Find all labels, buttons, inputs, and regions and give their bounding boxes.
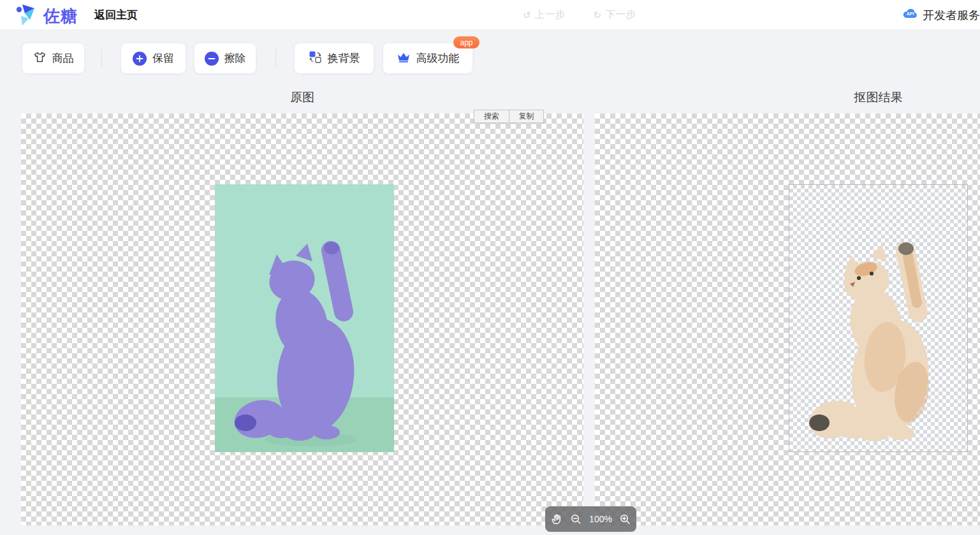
history-controls: ↺ 上一步 ↻ 下一步 xyxy=(523,0,636,30)
crown-icon xyxy=(397,52,411,66)
zoom-out-icon[interactable] xyxy=(571,514,581,525)
minus-circle-icon xyxy=(205,52,219,66)
redo-label: 下一步 xyxy=(605,8,636,22)
header: 佐糖 返回主页 ↺ 上一步 ↻ 下一步 API 开发者服务 xyxy=(0,0,980,30)
redo-icon: ↻ xyxy=(594,10,602,21)
cutout-cat-image xyxy=(789,185,969,453)
back-home-link[interactable]: 返回主页 xyxy=(94,8,138,22)
cutout-result-box xyxy=(789,184,968,452)
advanced-features-label: 高级功能 xyxy=(416,51,460,66)
change-background-label: 换背景 xyxy=(328,51,360,66)
plus-circle-icon xyxy=(133,52,147,66)
cutout-result-label: 抠图结果 xyxy=(789,89,968,106)
redo-button[interactable]: ↻ 下一步 xyxy=(594,8,636,22)
product-button[interactable]: 商品 xyxy=(22,43,84,73)
app-badge: app xyxy=(453,36,479,48)
zoom-toolbar: 100% xyxy=(545,506,636,532)
undo-label: 上一步 xyxy=(535,8,566,22)
zuotang-logo-icon xyxy=(14,3,37,29)
brand-logo[interactable]: 佐糖 xyxy=(14,3,78,29)
hand-pan-icon[interactable] xyxy=(551,513,563,525)
developer-services-label: 开发者服务 xyxy=(923,8,980,23)
zoom-level: 100% xyxy=(589,514,612,524)
selection-popup: 搜索 复制 xyxy=(474,110,544,123)
search-button[interactable]: 搜索 xyxy=(474,110,509,122)
zoom-in-icon[interactable] xyxy=(620,514,631,525)
toolbar-divider xyxy=(275,49,276,68)
keep-label: 保留 xyxy=(152,51,174,66)
undo-icon: ↺ xyxy=(523,10,531,21)
cat-highlight-overlay xyxy=(215,184,394,452)
undo-button[interactable]: ↺ 上一步 xyxy=(523,8,566,22)
erase-label: 擦除 xyxy=(224,51,246,66)
copy-button[interactable]: 复制 xyxy=(509,110,543,122)
svg-text:API: API xyxy=(907,11,914,16)
change-background-button[interactable]: 换背景 xyxy=(295,43,374,73)
original-image-label: 原图 xyxy=(21,89,583,106)
toolbar-divider xyxy=(101,49,102,68)
erase-button[interactable]: 擦除 xyxy=(194,43,256,73)
api-cloud-icon: API xyxy=(902,8,918,22)
brand-name: 佐糖 xyxy=(43,5,78,27)
swap-background-icon xyxy=(309,50,322,67)
original-image[interactable] xyxy=(215,184,394,452)
keep-button[interactable]: 保留 xyxy=(121,43,186,73)
product-label: 商品 xyxy=(52,51,74,66)
tshirt-icon xyxy=(33,50,47,67)
developer-services-link[interactable]: API 开发者服务 xyxy=(902,0,980,30)
